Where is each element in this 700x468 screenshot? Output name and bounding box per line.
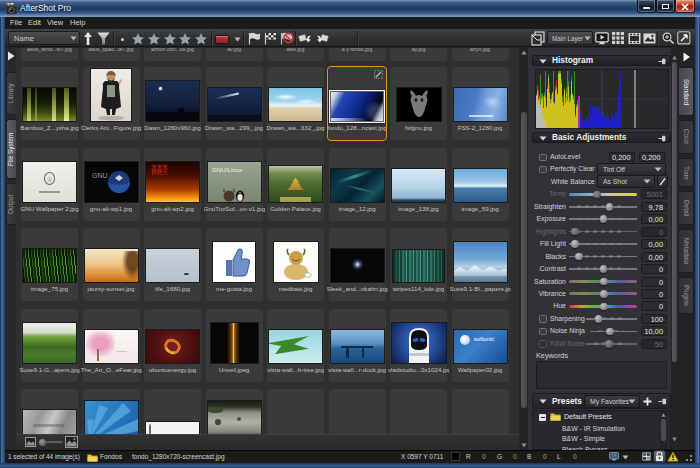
svg-text:GNU: GNU xyxy=(92,172,108,179)
svg-text:GNU/Linux: GNU/Linux xyxy=(212,166,243,173)
